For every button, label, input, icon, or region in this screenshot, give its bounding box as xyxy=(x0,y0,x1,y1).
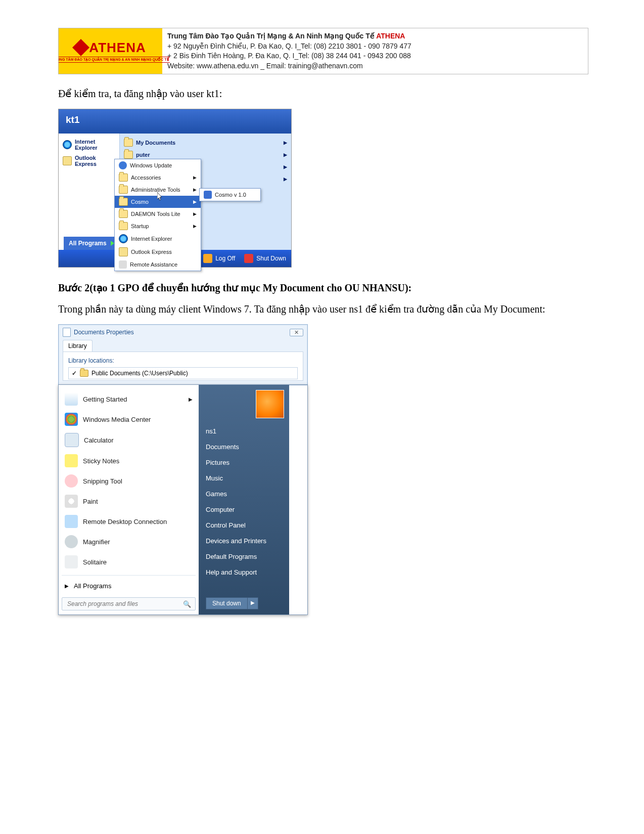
header-banner: ATHENA TRUNG TÂM ĐÀO TẠO QUẢN TRỊ MẠNG &… xyxy=(58,28,588,74)
win7-right-column: ns1 DocumentsPicturesMusicGamesComputerC… xyxy=(199,385,289,614)
right-link-default-programs[interactable]: Default Programs xyxy=(206,549,284,564)
program-item-windows-media-center[interactable]: Windows Media Center xyxy=(62,409,196,429)
xp-cosmo-submenu: Cosmo v 1.0 xyxy=(199,188,261,201)
snip-icon xyxy=(65,474,78,488)
right-link-computer[interactable]: Computer xyxy=(206,502,284,517)
right-user-name[interactable]: ns1 xyxy=(206,423,284,439)
mouse-cursor-icon xyxy=(157,192,163,201)
program-label: Magnifier xyxy=(83,538,110,546)
xp-pinned-ie[interactable]: Internet Explorer xyxy=(59,137,119,153)
search-input[interactable] xyxy=(66,600,180,608)
step2-text: Trong phần này ta dùng máy client Window… xyxy=(58,303,588,315)
header-addr1: + 92 Nguyễn Đình Chiểu, P. Đa Kao, Q. I_… xyxy=(167,41,583,52)
xp-user-label: kt1 xyxy=(59,109,291,134)
shutdown-label[interactable]: Shut down xyxy=(206,597,248,609)
program-item-magnifier[interactable]: Magnifier xyxy=(62,532,196,552)
chevron-right-icon: ▶ xyxy=(284,177,287,182)
tab-library[interactable]: Library xyxy=(63,340,93,352)
shutdown-split-button[interactable]: Shut down ▶ xyxy=(206,597,284,609)
program-label: Snipping Tool xyxy=(83,477,122,485)
right-link-games[interactable]: Games xyxy=(206,486,284,502)
submenu-label: DAEMON Tools Lite xyxy=(131,211,180,217)
submenu-label: Internet Explorer xyxy=(131,236,172,242)
submenu-item-oe[interactable]: Outlook Express xyxy=(115,245,201,258)
xp-right-mydocs[interactable]: My Documents ▶ xyxy=(120,137,291,149)
sol-icon xyxy=(65,555,78,568)
chevron-right-icon: ▶ xyxy=(65,583,69,589)
folder-icon xyxy=(80,370,88,377)
chevron-right-icon: ▶ xyxy=(284,152,287,157)
program-item-solitaire[interactable]: Solitaire xyxy=(62,552,196,572)
right-link-music[interactable]: Music xyxy=(206,470,284,486)
program-item-getting-started[interactable]: Getting Started▶ xyxy=(62,389,196,409)
ie-icon xyxy=(119,234,128,243)
wmc-icon xyxy=(65,413,78,426)
right-link-devices-and-printers[interactable]: Devices and Printers xyxy=(206,533,284,549)
logo-subtitle: TRUNG TÂM ĐÀO TẠO QUẢN TRỊ MẠNG & AN NIN… xyxy=(58,57,170,63)
step2-heading: Bước 2(tạo 1 GPO để chuyển hướng thư mục… xyxy=(58,282,588,294)
all-programs-label: All Programs xyxy=(74,582,111,590)
program-label: Solitaire xyxy=(83,558,107,566)
submenu-item-cosmo-v1[interactable]: Cosmo v 1.0 xyxy=(200,189,260,201)
shutdown-icon xyxy=(244,254,253,263)
xp-pinned-label: Outlook Express xyxy=(75,155,115,167)
close-button[interactable]: ✕ xyxy=(290,329,303,336)
search-box[interactable]: 🔍 xyxy=(62,597,196,610)
chevron-right-icon: ▶ xyxy=(193,211,197,216)
right-link-help-and-support[interactable]: Help and Support xyxy=(206,564,284,580)
outlook-express-icon xyxy=(119,247,128,256)
win7-start-menu: Getting Started▶Windows Media CenterCalc… xyxy=(58,384,308,615)
submenu-label: Cosmo xyxy=(131,199,149,205)
logoff-button[interactable]: Log Off xyxy=(203,254,235,263)
submenu-item-accessories[interactable]: Accessories ▶ xyxy=(115,171,201,184)
submenu-item-daemon[interactable]: DAEMON Tools Lite ▶ xyxy=(115,208,201,220)
calc-icon xyxy=(65,433,79,447)
intro-text: Để kiểm tra, ta đăng nhập vào user kt1: xyxy=(58,87,588,100)
paint-icon xyxy=(65,495,78,508)
logo: ATHENA TRUNG TÂM ĐÀO TẠO QUẢN TRỊ MẠNG &… xyxy=(59,28,162,74)
submenu-label: Accessories xyxy=(131,174,161,181)
xp-pinned-oe[interactable]: Outlook Express xyxy=(59,153,119,169)
logoff-icon xyxy=(203,254,212,263)
header-info: Trung Tâm Đào Tạo Quản Trị Mạng & An Nin… xyxy=(162,28,588,74)
right-link-documents[interactable]: Documents xyxy=(206,439,284,455)
program-item-calculator[interactable]: Calculator xyxy=(62,429,196,451)
shutdown-button[interactable]: Shut Down xyxy=(244,254,286,263)
submenu-label: Cosmo v 1.0 xyxy=(215,192,246,198)
xp-right-label: My Documents xyxy=(136,140,175,146)
logo-text: ATHENA xyxy=(89,40,146,56)
program-item-sticky-notes[interactable]: Sticky Notes xyxy=(62,451,196,471)
submenu-item-startup[interactable]: Startup ▶ xyxy=(115,220,201,232)
library-location-row[interactable]: ✓ Public Documents (C:\Users\Public) xyxy=(68,367,298,379)
search-icon: 🔍 xyxy=(183,600,191,608)
shutdown-menu-arrow[interactable]: ▶ xyxy=(248,597,258,609)
user-avatar[interactable] xyxy=(256,390,284,418)
folder-icon xyxy=(124,139,133,147)
library-location-path: Public Documents (C:\Users\Public) xyxy=(91,370,188,377)
chevron-right-icon xyxy=(111,241,114,246)
folder-icon xyxy=(119,186,128,194)
folder-icon xyxy=(119,210,128,218)
win7-programs-list: Getting Started▶Windows Media CenterCalc… xyxy=(59,385,199,614)
check-icon: ✓ xyxy=(72,370,77,377)
outlook-express-icon xyxy=(63,156,72,165)
program-label: Windows Media Center xyxy=(83,416,151,423)
header-addr2: + 2 Bis Đinh Tiên Hoàng, P. Đa Kao, Q. I… xyxy=(167,51,583,61)
xp-programs-submenu: Windows Update Accessories ▶ Administrat… xyxy=(114,159,201,271)
submenu-label: Administrative Tools xyxy=(131,187,180,193)
submenu-item-windows-update[interactable]: Windows Update xyxy=(115,159,201,171)
logoff-label: Log Off xyxy=(215,255,235,262)
xp-pinned-label: Internet Explorer xyxy=(75,139,115,151)
submenu-label: Remote Assistance xyxy=(130,261,177,268)
right-link-pictures[interactable]: Pictures xyxy=(206,455,284,470)
program-item-remote-desktop-connection[interactable]: Remote Desktop Connection xyxy=(62,511,196,532)
program-item-snipping-tool[interactable]: Snipping Tool xyxy=(62,471,196,491)
all-programs-button[interactable]: ▶ All Programs xyxy=(62,579,196,593)
submenu-item-ie[interactable]: Internet Explorer xyxy=(115,232,201,245)
folder-icon xyxy=(119,222,128,230)
cosmo-icon xyxy=(204,191,212,199)
right-link-control-panel[interactable]: Control Panel xyxy=(206,517,284,533)
program-item-paint[interactable]: Paint xyxy=(62,491,196,511)
document-icon xyxy=(63,328,71,337)
submenu-item-remote-assist[interactable]: Remote Assistance xyxy=(115,258,201,271)
